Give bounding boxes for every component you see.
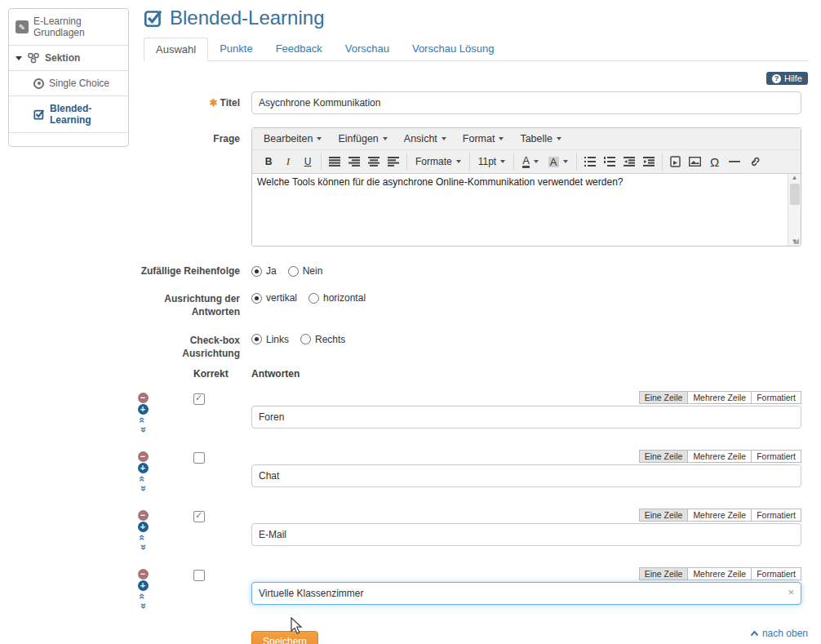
- underline-icon[interactable]: U: [298, 153, 317, 171]
- align-right-icon[interactable]: [344, 153, 364, 171]
- answer-input[interactable]: [251, 406, 801, 429]
- sidebar-item-blended-learning[interactable]: Blended-Learning: [9, 96, 128, 133]
- correct-checkbox[interactable]: [193, 511, 205, 522]
- radio-option-links[interactable]: Links: [251, 334, 289, 345]
- editor-scrollbar[interactable]: ▲ ▼: [788, 174, 801, 246]
- caret-down-icon[interactable]: [16, 56, 22, 60]
- mode-eine-zeile-button[interactable]: Eine Zeile: [639, 450, 689, 463]
- move-up-icon[interactable]: «: [138, 535, 147, 540]
- remove-answer-icon[interactable]: −: [138, 569, 149, 580]
- correct-checkbox[interactable]: [193, 452, 205, 464]
- frage-row: Frage Bearbeiten Einfügen Ansicht Format…: [131, 127, 801, 246]
- save-button[interactable]: Speichern: [251, 631, 318, 644]
- move-down-icon[interactable]: «: [138, 603, 147, 609]
- move-down-icon[interactable]: «: [138, 486, 147, 491]
- add-answer-icon[interactable]: +: [138, 522, 149, 532]
- remove-answer-icon[interactable]: −: [138, 393, 149, 403]
- add-answer-icon[interactable]: +: [138, 580, 149, 591]
- mode-formatiert-button[interactable]: Formatiert: [751, 509, 801, 522]
- mode-formatiert-button[interactable]: Formatiert: [751, 567, 801, 580]
- radio-icon[interactable]: [251, 266, 262, 277]
- correct-checkbox[interactable]: [193, 393, 205, 405]
- sidebar-item-course[interactable]: ✎ E-Learning Grundlagen: [9, 9, 128, 46]
- align-justify-icon[interactable]: [325, 153, 344, 171]
- add-answer-icon[interactable]: +: [138, 404, 149, 415]
- move-up-icon[interactable]: «: [138, 417, 147, 423]
- tab-punkte[interactable]: Punkte: [208, 38, 264, 61]
- text-color-picker[interactable]: A: [517, 153, 544, 171]
- radio-option-rechts[interactable]: Rechts: [300, 334, 345, 345]
- tab-feedback[interactable]: Feedback: [264, 38, 334, 61]
- indent-icon[interactable]: [639, 153, 659, 171]
- menu-tabelle[interactable]: Tabelle: [512, 130, 570, 148]
- clear-input-icon[interactable]: ×: [788, 587, 794, 597]
- mode-formatiert-button[interactable]: Formatiert: [751, 391, 801, 404]
- zufaellige-reihenfolge-row: Zufällige Reihenfolge Ja Nein: [131, 260, 801, 278]
- remove-answer-icon[interactable]: −: [138, 510, 149, 521]
- question-text[interactable]: Welche Tools können für die asynchrone O…: [252, 174, 801, 190]
- editor-content-area[interactable]: Welche Tools können für die asynchrone O…: [252, 174, 801, 246]
- fontsize-dropdown[interactable]: 11pt: [473, 153, 510, 171]
- move-down-icon[interactable]: «: [138, 544, 147, 550]
- section-icon: [27, 52, 40, 64]
- answer-input[interactable]: [251, 582, 801, 605]
- move-up-icon[interactable]: «: [138, 593, 147, 599]
- radio-icon[interactable]: [288, 266, 299, 277]
- menu-einfuegen[interactable]: Einfügen: [330, 130, 395, 148]
- mode-mehrere-zeile-button[interactable]: Mehrere Zeile: [687, 509, 752, 522]
- page-title: Blended-Learning: [170, 7, 324, 29]
- answer-input[interactable]: [251, 523, 801, 546]
- menu-ansicht[interactable]: Ansicht: [396, 130, 455, 148]
- menu-format[interactable]: Format: [455, 130, 513, 148]
- insert-media-icon[interactable]: [666, 153, 686, 171]
- tab-vorschau-loesung[interactable]: Vorschau Lösung: [401, 38, 505, 61]
- scrollbar-thumb[interactable]: [790, 184, 800, 205]
- move-down-icon[interactable]: «: [138, 427, 147, 433]
- radio-option-horizontal[interactable]: horizontal: [308, 292, 366, 304]
- align-center-icon[interactable]: [364, 153, 384, 171]
- numbered-list-icon[interactable]: [600, 153, 619, 171]
- mode-eine-zeile-button[interactable]: Eine Zeile: [639, 509, 689, 522]
- italic-icon[interactable]: I: [278, 153, 298, 171]
- help-button[interactable]: ? Hilfe: [766, 72, 808, 85]
- insert-link-icon[interactable]: [744, 153, 764, 171]
- mode-mehrere-zeile-button[interactable]: Mehrere Zeile: [687, 391, 752, 404]
- remove-answer-icon[interactable]: −: [138, 451, 149, 462]
- radio-option-vertikal[interactable]: vertikal: [251, 292, 297, 304]
- radio-icon[interactable]: [308, 293, 319, 304]
- formats-dropdown[interactable]: Formate: [410, 153, 466, 171]
- answer-input[interactable]: [251, 464, 801, 487]
- sidebar-item-sektion[interactable]: Sektion: [9, 46, 128, 71]
- sidebar-item-single-choice[interactable]: Single Choice: [9, 71, 128, 96]
- radio-icon[interactable]: [251, 334, 262, 344]
- outdent-icon[interactable]: [619, 153, 639, 171]
- horizontal-rule-icon[interactable]: [725, 153, 744, 171]
- radio-option-ja[interactable]: Ja: [251, 265, 277, 277]
- mode-eine-zeile-button[interactable]: Eine Zeile: [639, 567, 689, 580]
- mode-formatiert-button[interactable]: Formatiert: [751, 450, 801, 463]
- answer-row-controls: − + « «: [137, 510, 149, 552]
- resize-grip-icon[interactable]: ◢: [793, 237, 799, 245]
- mode-mehrere-zeile-button[interactable]: Mehrere Zeile: [687, 450, 752, 463]
- tab-vorschau[interactable]: Vorschau: [334, 38, 401, 61]
- radio-option-nein[interactable]: Nein: [288, 265, 323, 277]
- add-answer-icon[interactable]: +: [138, 463, 149, 473]
- scroll-up-icon[interactable]: ▲: [792, 175, 798, 181]
- align-left-icon[interactable]: [384, 153, 403, 171]
- radio-icon[interactable]: [300, 334, 311, 344]
- mode-mehrere-zeile-button[interactable]: Mehrere Zeile: [687, 567, 752, 580]
- insert-image-icon[interactable]: [686, 153, 705, 171]
- move-up-icon[interactable]: «: [138, 476, 147, 482]
- radio-icon[interactable]: [251, 293, 262, 304]
- special-character-icon[interactable]: Ω: [705, 153, 725, 171]
- titel-input[interactable]: [251, 91, 801, 114]
- bullet-list-icon[interactable]: [580, 153, 600, 171]
- background-color-picker[interactable]: A: [544, 153, 573, 171]
- menu-bearbeiten[interactable]: Bearbeiten: [255, 130, 330, 148]
- tab-auswahl[interactable]: Auswahl: [144, 38, 208, 61]
- back-to-top-link[interactable]: nach oben: [750, 628, 808, 639]
- bold-icon[interactable]: B: [259, 153, 278, 171]
- mode-eine-zeile-button[interactable]: Eine Zeile: [639, 391, 689, 404]
- correct-checkbox[interactable]: [193, 570, 205, 581]
- answer-row: − + « « Eine Zeile Mehrere Zeile Formati…: [131, 509, 801, 556]
